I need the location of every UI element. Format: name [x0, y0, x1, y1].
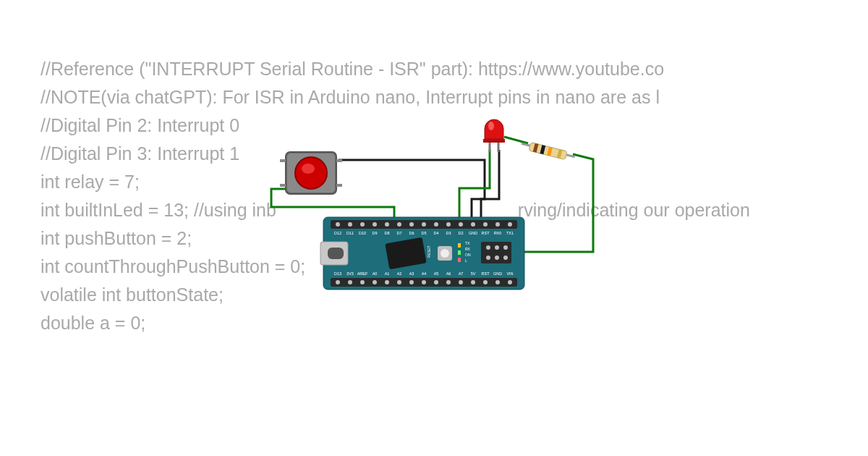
code-line-7: int builtInLed = 13; //using inb rving/i…: [41, 196, 750, 224]
code-line-6: int relay = 7;: [41, 168, 750, 196]
code-line-9: int countThroughPushButton = 0;: [41, 253, 750, 281]
code-line-8: int pushButton = 2;: [41, 224, 750, 253]
code-line-2: //NOTE(via chatGPT): For ISR in Arduino …: [41, 83, 750, 111]
code-line-1: //Reference ("INTERRUPT Serial Routine -…: [41, 55, 750, 83]
code-line-12: double a = 0;: [41, 309, 750, 337]
code-line-4: //Digital Pin 3: Interrupt 1: [41, 140, 750, 168]
code-block: //Reference ("INTERRUPT Serial Routine -…: [41, 55, 750, 337]
code-line-3: //Digital Pin 2: Interrupt 0: [41, 111, 750, 140]
code-line-11: volatile int buttonState;: [41, 281, 750, 309]
